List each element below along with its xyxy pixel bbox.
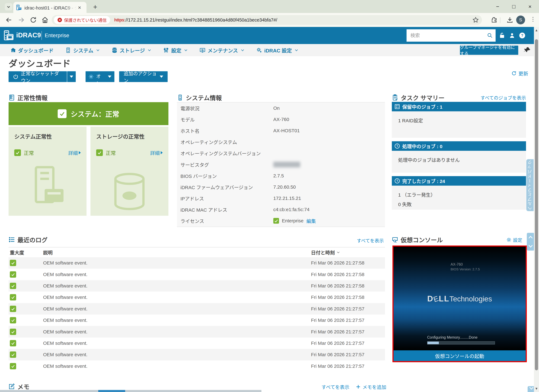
- browser-toolbar: 保護されていない通信 https://172.21.15.21/restgui/…: [0, 13, 539, 27]
- log-row[interactable]: OEM software event.Fri Mar 06 2026 21:27…: [9, 280, 385, 292]
- license-edit-link[interactable]: 編集: [306, 217, 316, 224]
- search-input[interactable]: [407, 33, 487, 38]
- system-health-details-link[interactable]: 詳細: [68, 149, 81, 156]
- tab-search-chevron-icon[interactable]: [5, 3, 12, 10]
- task-group-header[interactable]: 保留中のジョブ : 1: [392, 102, 526, 111]
- address-bar[interactable]: 保護されていない通信 https://172.21.15.21/restgui/…: [52, 15, 482, 25]
- add-note-link[interactable]: メモを追加: [356, 383, 386, 390]
- security-warning-badge[interactable]: 保護されていない通信: [54, 16, 110, 24]
- task-group-header[interactable]: 完了したジョブ : 24: [392, 176, 526, 186]
- info-label: IPアドレス: [177, 195, 273, 202]
- scrollbar-up-arrow[interactable]: ▲: [534, 28, 539, 32]
- lock-open-icon[interactable]: [499, 32, 505, 39]
- search-icon[interactable]: [487, 33, 493, 38]
- log-row[interactable]: OEM software event.Fri Mar 06 2026 21:27…: [9, 338, 385, 349]
- log-row[interactable]: OEM software event.Fri Mar 06 2026 21:27…: [9, 326, 385, 337]
- nav-item-system[interactable]: システム: [65, 47, 100, 54]
- shutdown-dropdown-button[interactable]: [67, 71, 76, 82]
- log-row[interactable]: OEM software event.Fri Mar 06 2026 21:27…: [9, 303, 385, 315]
- toolbar-divider: [500, 17, 500, 23]
- log-row[interactable]: OEM software event.Fri Mar 06 2026 21:27…: [9, 257, 385, 269]
- scrollbar-down-arrow[interactable]: ▼: [534, 387, 539, 391]
- storage-icon: [112, 47, 117, 53]
- info-value: 172.21.15.21: [273, 196, 301, 201]
- task-summary-groups: 保留中のジョブ : 11 RAID設定処理中のジョブ : 0処理中のジョブはあり…: [392, 102, 526, 213]
- log-row[interactable]: OEM software event.Fri Mar 06 2026 21:27…: [9, 315, 385, 326]
- nav-item-idrac-settings[interactable]: iDRAC 設定: [256, 47, 298, 54]
- tab-title: idrac-host01 - iDRAC9 - ダッシュ: [24, 4, 77, 11]
- nav-item-maintenance[interactable]: メンテナンス: [200, 47, 245, 54]
- col-datetime[interactable]: 日付と時刻: [311, 249, 385, 256]
- log-description: OEM software event.: [43, 340, 311, 346]
- browser-tab[interactable]: idrac-host01 - iDRAC9 - ダッシュ ×: [13, 2, 87, 13]
- ok-check-icon: [10, 351, 16, 358]
- led-on-button[interactable]: LEDオン: [86, 71, 114, 82]
- nav-item-settings[interactable]: 設定: [163, 47, 188, 54]
- triangle-right-icon: [79, 151, 81, 154]
- refresh-link[interactable]: 更新: [511, 70, 528, 77]
- graceful-shutdown-button[interactable]: 正常なシャットダウン: [9, 71, 67, 82]
- log-row[interactable]: OEM software event.Fri Mar 06 2026 21:27…: [9, 349, 385, 360]
- info-label: サービスタグ: [177, 161, 273, 168]
- plus-icon: [356, 384, 361, 389]
- window-minimize-button[interactable]: −: [494, 4, 501, 10]
- horizontal-scrollbar-thumb[interactable]: [98, 390, 125, 392]
- system-info-row: ライセンスEnterprise編集: [177, 215, 385, 226]
- more-actions-button[interactable]: 追加のアクション: [119, 71, 168, 82]
- launch-virtual-console-button[interactable]: 仮想コンソールの起動: [394, 350, 526, 361]
- recent-logs-table: 重大度 説明 日付と時刻 OEM software event.Fri Mar …: [9, 247, 385, 372]
- system-info-row: サービスタグ: [177, 159, 385, 170]
- server-watermark-icon: [30, 164, 65, 211]
- log-datetime: Fri Mar 06 2026 21:27:57: [311, 329, 385, 335]
- storage-health-details-link[interactable]: 詳細: [150, 149, 163, 156]
- log-row[interactable]: OEM software event.Fri Mar 06 2026 21:27…: [9, 269, 385, 280]
- browser-menu-kebab-icon[interactable]: ⋮: [530, 16, 536, 23]
- tab-close-icon[interactable]: ×: [78, 5, 81, 10]
- brand-edition: Enterprise: [45, 32, 69, 38]
- log-row[interactable]: OEM software event.Fri Mar 06 2026 21:27…: [9, 360, 385, 372]
- extensions-puzzle-icon[interactable]: [491, 16, 497, 24]
- info-label: オペレーティングシステム: [177, 139, 273, 145]
- chevron-down-icon: [96, 48, 100, 52]
- system-info-row: iDRAC ファームウェアバージョン7.20.60.50: [177, 181, 385, 193]
- window-close-button[interactable]: ×: [526, 4, 534, 10]
- back-icon[interactable]: [5, 16, 12, 24]
- ok-check-icon: [10, 317, 16, 323]
- system-info-row: オペレーティングシステムバージョン: [177, 148, 385, 159]
- scrollbar-thumb[interactable]: [535, 39, 538, 370]
- new-tab-button[interactable]: +: [93, 4, 97, 10]
- view-all-notes-link[interactable]: すべてを表示: [322, 383, 349, 390]
- download-icon[interactable]: [506, 16, 513, 24]
- virtual-console-preview[interactable]: AX-760 BIOS Version: 2.7.5 DELLTechnolog…: [392, 245, 527, 362]
- nav-item-storage[interactable]: ストレージ: [112, 47, 151, 54]
- task-group-header[interactable]: 処理中のジョブ : 0: [392, 141, 526, 151]
- bookmark-star-icon[interactable]: [472, 17, 479, 23]
- card-title: システム正常性: [14, 132, 81, 140]
- forward-icon[interactable]: [18, 16, 25, 24]
- view-all-jobs-link[interactable]: すべてのジョブを表示: [481, 94, 526, 101]
- vertical-scrollbar[interactable]: ▲ ▼: [534, 27, 539, 392]
- scroll-updown-widget[interactable]: [527, 233, 534, 251]
- reload-icon[interactable]: [30, 16, 37, 24]
- info-value: c4:cb:e1:fa:5c:74: [273, 207, 310, 212]
- page-title: ダッシュボード: [9, 56, 71, 69]
- user-icon[interactable]: [509, 32, 515, 39]
- action-buttons: 正常なシャットダウン LEDオン 追加のアクション: [9, 71, 168, 82]
- enable-group-manager-button[interactable]: グループマネージャを有効にする: [460, 46, 518, 55]
- pin-icon[interactable]: [524, 47, 531, 53]
- health-doc-icon: [9, 94, 15, 101]
- home-icon[interactable]: [42, 16, 48, 24]
- help-feedback-tab[interactable]: ヘルプとフィードバック: [526, 159, 534, 211]
- log-description: OEM software event.: [43, 260, 311, 266]
- browser-profile-avatar[interactable]: S: [516, 15, 525, 24]
- console-settings-link[interactable]: 設定: [506, 236, 522, 243]
- log-row[interactable]: OEM software event.Fri Mar 06 2026 21:27…: [9, 292, 385, 303]
- window-maximize-button[interactable]: □: [510, 4, 517, 10]
- nav-item-dashboard[interactable]: ダッシュボード: [10, 47, 53, 54]
- task-group: 完了したジョブ : 241 （エラー発生）0 失敗: [392, 176, 526, 210]
- help-icon[interactable]: ?: [519, 32, 525, 39]
- horizontal-scrollbar[interactable]: [0, 390, 261, 392]
- info-value: 7.20.60.50: [273, 184, 296, 190]
- system-info-row: モデルAX-760: [177, 114, 385, 125]
- view-all-logs-link[interactable]: すべてを表示: [357, 237, 384, 244]
